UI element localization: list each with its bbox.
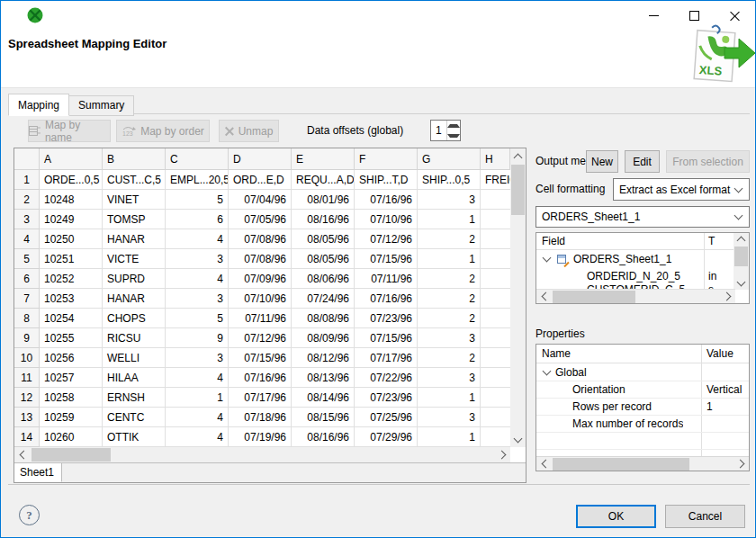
scroll-down-button[interactable] [510, 432, 526, 447]
row-header[interactable]: 2 [14, 190, 40, 210]
cell[interactable]: OTTIK [103, 427, 166, 447]
cell[interactable]: 07/25/96 [355, 408, 418, 427]
cell[interactable]: 5 [166, 190, 229, 210]
cell[interactable]: 07/29/96 [355, 427, 418, 447]
cell[interactable]: 07/11/96 [229, 309, 292, 328]
cell[interactable]: 3 [166, 289, 229, 309]
cell[interactable]: 07/11/96 [355, 269, 418, 289]
column-header-c[interactable]: C [166, 148, 229, 170]
column-header-e[interactable]: E [292, 148, 355, 170]
cell[interactable]: 2 [418, 309, 481, 328]
cell[interactable]: REQU...A,D [292, 170, 355, 190]
scrollbar-thumb[interactable] [734, 247, 748, 266]
cell[interactable]: 10256 [40, 348, 103, 368]
cell[interactable] [481, 368, 510, 388]
cell[interactable]: 5 [166, 309, 229, 328]
cell[interactable]: 3 [418, 328, 481, 348]
cell[interactable]: 6 [166, 210, 229, 229]
cell[interactable]: 10259 [40, 408, 103, 427]
cell[interactable]: 07/04/96 [229, 190, 292, 210]
scroll-right-button[interactable] [734, 457, 749, 471]
cell[interactable]: 4 [166, 408, 229, 427]
cell[interactable] [481, 388, 510, 408]
scroll-right-button[interactable] [495, 447, 510, 462]
cell[interactable]: 07/18/96 [229, 408, 292, 427]
scroll-down-button[interactable] [734, 277, 749, 290]
spinner-down-button[interactable] [447, 130, 460, 140]
cell[interactable]: CENTC [103, 408, 166, 427]
minimize-button[interactable] [634, 1, 674, 30]
scroll-left-button[interactable] [536, 290, 552, 303]
cell[interactable]: 10248 [40, 190, 103, 210]
cell[interactable]: 07/17/96 [355, 348, 418, 368]
cell[interactable]: 07/23/96 [355, 309, 418, 328]
scrollbar-thumb[interactable] [553, 458, 689, 471]
cell[interactable]: 10253 [40, 289, 103, 309]
cell[interactable] [481, 269, 510, 289]
cell[interactable]: ORDE...0,5 [40, 170, 103, 190]
cell[interactable]: 3 [418, 368, 481, 388]
cell[interactable]: 07/08/96 [229, 229, 292, 249]
cell[interactable]: 07/23/96 [355, 388, 418, 408]
cell-formatting-combo[interactable]: Extract as Excel format [613, 178, 750, 201]
row-header[interactable]: 9 [14, 328, 40, 348]
scroll-up-button[interactable] [734, 233, 749, 246]
tab-summary[interactable]: Summary [69, 95, 134, 116]
tree-item-root[interactable]: ORDERS_Sheet1_1 [536, 250, 704, 267]
cell[interactable]: 08/16/96 [292, 210, 355, 229]
unmap-button[interactable]: Unmap [219, 120, 279, 142]
sheet-tab-sheet1[interactable]: Sheet1 [14, 463, 62, 482]
cell[interactable]: 3 [418, 190, 481, 210]
scroll-left-button[interactable] [14, 447, 30, 462]
cell[interactable]: 10250 [40, 229, 103, 249]
cell[interactable]: 10257 [40, 368, 103, 388]
cell[interactable]: 08/01/96 [292, 190, 355, 210]
cell[interactable]: 3 [166, 348, 229, 368]
from-selection-button[interactable]: From selection [666, 150, 750, 173]
row-header[interactable]: 3 [14, 210, 40, 229]
row-header[interactable]: 7 [14, 289, 40, 309]
cell[interactable]: 3 [418, 408, 481, 427]
column-header-f[interactable]: F [355, 148, 418, 170]
row-header[interactable]: 4 [14, 229, 40, 249]
cell[interactable]: 07/08/96 [229, 249, 292, 269]
cell[interactable]: 07/15/96 [229, 348, 292, 368]
cell[interactable]: VINET [103, 190, 166, 210]
cell[interactable]: 2 [418, 289, 481, 309]
cell[interactable]: 4 [166, 368, 229, 388]
corner-cell[interactable] [14, 148, 40, 170]
row-header[interactable]: 14 [14, 427, 40, 447]
cell[interactable]: CHOPS [103, 309, 166, 328]
property-value[interactable]: Vertical [702, 383, 749, 396]
map-by-order-button[interactable]: 123 Map by order [116, 120, 210, 142]
cell[interactable] [481, 328, 510, 348]
cell[interactable]: HANAR [103, 289, 166, 309]
cell[interactable]: 1 [418, 427, 481, 447]
cell[interactable]: 08/09/96 [292, 328, 355, 348]
cell[interactable]: 2 [418, 229, 481, 249]
cell[interactable]: 4 [166, 427, 229, 447]
value-column-header[interactable]: Value [702, 347, 749, 360]
field-column-header[interactable]: Field [536, 235, 565, 247]
data-offsets-value[interactable]: 1 [431, 121, 446, 140]
cell[interactable]: 3 [166, 249, 229, 269]
cell[interactable] [481, 348, 510, 368]
cell[interactable]: 07/12/96 [229, 328, 292, 348]
property-row[interactable]: Orientation Vertical [536, 381, 749, 399]
cell[interactable]: SHIP...T,D [355, 170, 418, 190]
cell[interactable]: 07/10/96 [229, 289, 292, 309]
cell[interactable]: 07/17/96 [229, 388, 292, 408]
cell[interactable]: 9 [166, 328, 229, 348]
help-button[interactable]: ? [19, 505, 40, 525]
column-header-d[interactable]: D [229, 148, 292, 170]
cell[interactable]: 10255 [40, 328, 103, 348]
cell[interactable]: HILAA [103, 368, 166, 388]
metadata-combo[interactable]: ORDERS_Sheet1_1 [536, 206, 750, 228]
cell[interactable]: 07/15/96 [355, 328, 418, 348]
cell[interactable]: VICTE [103, 249, 166, 269]
cell[interactable]: 07/16/96 [355, 190, 418, 210]
cell[interactable] [481, 190, 510, 210]
cell[interactable]: 07/09/96 [229, 269, 292, 289]
scroll-up-button[interactable] [510, 148, 526, 164]
cell[interactable] [481, 427, 510, 447]
